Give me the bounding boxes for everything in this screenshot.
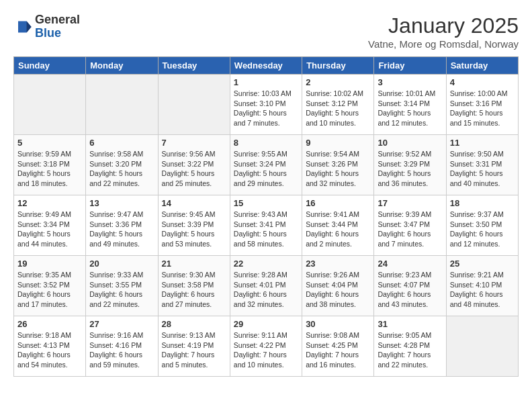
day-info: Sunrise: 9:16 AM Sunset: 4:16 PM Dayligh… (89, 330, 154, 370)
page-header: General Blue January 2025 Vatne, More og… (13, 13, 519, 50)
day-number: 1 (234, 77, 298, 87)
calendar-cell: 29Sunrise: 9:11 AM Sunset: 4:22 PM Dayli… (230, 316, 302, 377)
calendar-cell: 1Sunrise: 10:03 AM Sunset: 3:10 PM Dayli… (230, 75, 302, 135)
calendar-cell: 4Sunrise: 10:00 AM Sunset: 3:16 PM Dayli… (446, 75, 518, 135)
calendar-week-4: 19Sunrise: 9:35 AM Sunset: 3:52 PM Dayli… (14, 256, 519, 316)
calendar-cell (86, 75, 158, 135)
day-number: 27 (89, 319, 154, 329)
day-info: Sunrise: 9:45 AM Sunset: 3:39 PM Dayligh… (162, 210, 226, 249)
day-number: 10 (378, 138, 442, 148)
day-header-tuesday: Tuesday (158, 57, 230, 75)
calendar-cell: 13Sunrise: 9:47 AM Sunset: 3:36 PM Dayli… (86, 195, 158, 256)
calendar-cell: 22Sunrise: 9:28 AM Sunset: 4:01 PM Dayli… (230, 256, 302, 316)
location: Vatne, More og Romsdal, Norway (368, 38, 519, 50)
calendar-cell: 8Sunrise: 9:55 AM Sunset: 3:24 PM Daylig… (230, 135, 302, 195)
day-number: 29 (234, 319, 298, 329)
day-number: 20 (89, 259, 154, 269)
day-header-monday: Monday (86, 57, 158, 75)
day-info: Sunrise: 9:39 AM Sunset: 3:47 PM Dayligh… (378, 210, 442, 249)
day-info: Sunrise: 10:00 AM Sunset: 3:16 PM Daylig… (450, 89, 515, 128)
day-info: Sunrise: 9:56 AM Sunset: 3:22 PM Dayligh… (162, 149, 226, 189)
calendar-cell: 27Sunrise: 9:16 AM Sunset: 4:16 PM Dayli… (86, 316, 158, 377)
calendar-cell: 12Sunrise: 9:49 AM Sunset: 3:34 PM Dayli… (14, 195, 86, 256)
day-info: Sunrise: 9:50 AM Sunset: 3:31 PM Dayligh… (450, 149, 515, 189)
day-number: 23 (306, 259, 370, 269)
calendar-cell: 26Sunrise: 9:18 AM Sunset: 4:13 PM Dayli… (14, 316, 86, 377)
day-info: Sunrise: 9:05 AM Sunset: 4:28 PM Dayligh… (378, 330, 442, 370)
day-number: 2 (306, 77, 370, 87)
day-header-sunday: Sunday (14, 57, 86, 75)
day-number: 5 (17, 138, 82, 148)
month-title: January 2025 (368, 13, 519, 38)
day-info: Sunrise: 9:30 AM Sunset: 3:58 PM Dayligh… (162, 270, 226, 310)
calendar-cell: 28Sunrise: 9:13 AM Sunset: 4:19 PM Dayli… (158, 316, 230, 377)
logo-text: General Blue (35, 13, 80, 40)
calendar-week-1: 1Sunrise: 10:03 AM Sunset: 3:10 PM Dayli… (14, 75, 519, 135)
calendar-cell: 20Sunrise: 9:33 AM Sunset: 3:55 PM Dayli… (86, 256, 158, 316)
calendar-cell: 15Sunrise: 9:43 AM Sunset: 3:41 PM Dayli… (230, 195, 302, 256)
calendar-cell: 6Sunrise: 9:58 AM Sunset: 3:20 PM Daylig… (86, 135, 158, 195)
day-info: Sunrise: 9:54 AM Sunset: 3:26 PM Dayligh… (306, 149, 370, 189)
calendar-cell: 10Sunrise: 9:52 AM Sunset: 3:29 PM Dayli… (374, 135, 446, 195)
day-number: 22 (234, 259, 298, 269)
day-number: 12 (17, 198, 82, 208)
day-number: 4 (450, 77, 515, 87)
calendar-cell: 7Sunrise: 9:56 AM Sunset: 3:22 PM Daylig… (158, 135, 230, 195)
calendar-cell: 5Sunrise: 9:59 AM Sunset: 3:18 PM Daylig… (14, 135, 86, 195)
day-header-saturday: Saturday (446, 57, 518, 75)
day-info: Sunrise: 9:13 AM Sunset: 4:19 PM Dayligh… (162, 330, 226, 370)
day-number: 16 (306, 198, 370, 208)
day-number: 15 (234, 198, 298, 208)
day-info: Sunrise: 9:26 AM Sunset: 4:04 PM Dayligh… (306, 270, 370, 310)
day-info: Sunrise: 9:23 AM Sunset: 4:07 PM Dayligh… (378, 270, 442, 310)
day-number: 31 (378, 319, 442, 329)
day-info: Sunrise: 9:59 AM Sunset: 3:18 PM Dayligh… (17, 149, 82, 189)
day-info: Sunrise: 9:21 AM Sunset: 4:10 PM Dayligh… (450, 270, 515, 310)
day-number: 28 (162, 319, 226, 329)
calendar-cell (446, 316, 518, 377)
day-number: 9 (306, 138, 370, 148)
calendar-cell: 2Sunrise: 10:02 AM Sunset: 3:12 PM Dayli… (302, 75, 374, 135)
day-info: Sunrise: 9:55 AM Sunset: 3:24 PM Dayligh… (234, 149, 298, 189)
day-number: 24 (378, 259, 442, 269)
calendar-week-3: 12Sunrise: 9:49 AM Sunset: 3:34 PM Dayli… (14, 195, 519, 256)
day-info: Sunrise: 9:28 AM Sunset: 4:01 PM Dayligh… (234, 270, 298, 310)
day-header-wednesday: Wednesday (230, 57, 302, 75)
day-info: Sunrise: 9:58 AM Sunset: 3:20 PM Dayligh… (89, 149, 154, 189)
day-info: Sunrise: 9:41 AM Sunset: 3:44 PM Dayligh… (306, 210, 370, 249)
logo-general: General (35, 13, 80, 27)
calendar-cell: 30Sunrise: 9:08 AM Sunset: 4:25 PM Dayli… (302, 316, 374, 377)
day-header-friday: Friday (374, 57, 446, 75)
logo-icon (13, 17, 32, 36)
day-number: 11 (450, 138, 515, 148)
day-info: Sunrise: 9:11 AM Sunset: 4:22 PM Dayligh… (234, 330, 298, 370)
day-info: Sunrise: 9:49 AM Sunset: 3:34 PM Dayligh… (17, 210, 82, 249)
logo-blue: Blue (35, 27, 80, 40)
calendar-cell: 11Sunrise: 9:50 AM Sunset: 3:31 PM Dayli… (446, 135, 518, 195)
calendar-cell: 31Sunrise: 9:05 AM Sunset: 4:28 PM Dayli… (374, 316, 446, 377)
day-info: Sunrise: 10:03 AM Sunset: 3:10 PM Daylig… (234, 89, 298, 128)
day-info: Sunrise: 9:18 AM Sunset: 4:13 PM Dayligh… (17, 330, 82, 370)
calendar-cell: 17Sunrise: 9:39 AM Sunset: 3:47 PM Dayli… (374, 195, 446, 256)
calendar-cell: 21Sunrise: 9:30 AM Sunset: 3:58 PM Dayli… (158, 256, 230, 316)
calendar-cell: 24Sunrise: 9:23 AM Sunset: 4:07 PM Dayli… (374, 256, 446, 316)
calendar-cell: 18Sunrise: 9:37 AM Sunset: 3:50 PM Dayli… (446, 195, 518, 256)
day-info: Sunrise: 10:02 AM Sunset: 3:12 PM Daylig… (306, 89, 370, 128)
calendar-header-row: SundayMondayTuesdayWednesdayThursdayFrid… (14, 57, 519, 75)
day-number: 8 (234, 138, 298, 148)
day-info: Sunrise: 9:43 AM Sunset: 3:41 PM Dayligh… (234, 210, 298, 249)
calendar-cell: 23Sunrise: 9:26 AM Sunset: 4:04 PM Dayli… (302, 256, 374, 316)
day-number: 17 (378, 198, 442, 208)
day-number: 14 (162, 198, 226, 208)
calendar-cell: 9Sunrise: 9:54 AM Sunset: 3:26 PM Daylig… (302, 135, 374, 195)
calendar-cell: 19Sunrise: 9:35 AM Sunset: 3:52 PM Dayli… (14, 256, 86, 316)
day-number: 3 (378, 77, 442, 87)
calendar-cell: 16Sunrise: 9:41 AM Sunset: 3:44 PM Dayli… (302, 195, 374, 256)
day-info: Sunrise: 9:33 AM Sunset: 3:55 PM Dayligh… (89, 270, 154, 310)
day-number: 25 (450, 259, 515, 269)
day-number: 26 (17, 319, 82, 329)
calendar-cell: 25Sunrise: 9:21 AM Sunset: 4:10 PM Dayli… (446, 256, 518, 316)
title-block: January 2025 Vatne, More og Romsdal, Nor… (368, 13, 519, 50)
calendar: SundayMondayTuesdayWednesdayThursdayFrid… (13, 56, 519, 377)
day-info: Sunrise: 9:47 AM Sunset: 3:36 PM Dayligh… (89, 210, 154, 249)
